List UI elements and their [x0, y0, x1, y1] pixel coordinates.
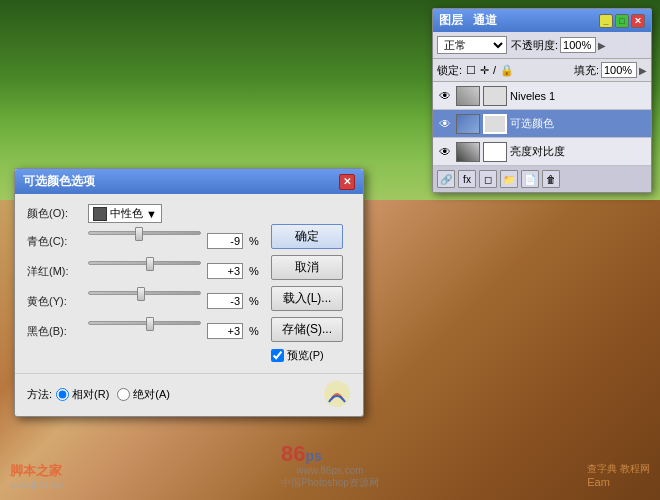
- logo-text: 脚本之家: [10, 462, 64, 480]
- layer-name: 亮度对比度: [510, 144, 647, 159]
- url-86: www.86ps.com: [281, 465, 379, 476]
- black-slider-thumb[interactable]: [146, 317, 154, 331]
- layer-item[interactable]: 👁 可选颜色: [433, 110, 651, 138]
- chazhadian-watermark: 查字典 教程网 Eam: [587, 462, 650, 488]
- relative-radio-option[interactable]: 相对(R): [56, 387, 109, 402]
- layer-eye-icon[interactable]: 👁: [437, 144, 453, 160]
- magenta-slider-track[interactable]: [88, 261, 201, 265]
- maximize-button[interactable]: □: [615, 14, 629, 28]
- cyan-value-input[interactable]: [207, 233, 243, 249]
- cyan-slider-row: 青色(C): %: [27, 231, 261, 251]
- layer-thumbnail: [456, 142, 480, 162]
- cyan-slider-track[interactable]: [88, 231, 201, 235]
- dialog-logo-area: [323, 380, 351, 408]
- selective-color-dialog: 可选颜色选项 ✕ 颜色(O): 中性色 ▼ 青色(C):: [14, 168, 364, 417]
- layers-bottom-toolbar: 🔗 fx ◻ 📁 📄 🗑: [433, 166, 651, 192]
- layer-group-button[interactable]: 📁: [500, 170, 518, 188]
- relative-label: 相对(R): [72, 387, 109, 402]
- black-value-input[interactable]: [207, 323, 243, 339]
- cyan-slider-thumb[interactable]: [135, 227, 143, 241]
- fill-label: 填充:: [574, 63, 599, 78]
- magenta-value-input[interactable]: [207, 263, 243, 279]
- relative-radio[interactable]: [56, 388, 69, 401]
- layer-item[interactable]: 👁 亮度对比度: [433, 138, 651, 166]
- lock-move-icon[interactable]: ✛: [480, 64, 489, 77]
- color-value-label: 中性色: [110, 206, 143, 221]
- layer-eye-icon[interactable]: 👁: [437, 88, 453, 104]
- dialog-content: 颜色(O): 中性色 ▼ 青色(C): %: [15, 194, 363, 373]
- preview-checkbox-row: 预览(P): [271, 348, 351, 363]
- opacity-label: 不透明度:: [511, 38, 558, 53]
- layer-name: 可选颜色: [510, 116, 647, 131]
- preview-checkbox[interactable]: [271, 349, 284, 362]
- channels-tab-label[interactable]: 通道: [473, 12, 497, 29]
- color-swatch-dropdown[interactable]: 中性色 ▼: [88, 204, 162, 223]
- magenta-slider-row: 洋红(M): %: [27, 261, 261, 281]
- cyan-slider-container: [88, 231, 201, 251]
- save-button[interactable]: 存储(S)...: [271, 317, 343, 342]
- opacity-input[interactable]: [560, 37, 596, 53]
- watermark-logo: 脚本之家 www.jb51.net: [10, 462, 64, 490]
- opacity-control: 不透明度: ▶: [511, 37, 606, 53]
- method-radio-group: 相对(R) 绝对(A): [56, 387, 170, 402]
- fill-arrow[interactable]: ▶: [639, 65, 647, 76]
- dialog-titlebar: 可选颜色选项 ✕: [15, 169, 363, 194]
- black-slider-container: [88, 321, 201, 341]
- preview-label: 预览(P): [287, 348, 324, 363]
- layer-new-button[interactable]: 📄: [521, 170, 539, 188]
- blend-mode-select[interactable]: 正常: [437, 36, 507, 54]
- absolute-radio[interactable]: [117, 388, 130, 401]
- ok-button[interactable]: 确定: [271, 224, 343, 249]
- eam-text: Eam: [587, 476, 610, 488]
- layer-fx-button[interactable]: fx: [458, 170, 476, 188]
- layer-item[interactable]: 👁 Niveles 1: [433, 82, 651, 110]
- layer-mask-button[interactable]: ◻: [479, 170, 497, 188]
- logo-url: www.jb51.net: [10, 480, 64, 490]
- magenta-label: 洋红(M):: [27, 264, 82, 279]
- yellow-slider-container: [88, 291, 201, 311]
- layer-delete-button[interactable]: 🗑: [542, 170, 560, 188]
- black-label: 黑色(B):: [27, 324, 82, 339]
- dialog-title: 可选颜色选项: [23, 173, 95, 190]
- dialog-right-panel: 确定 取消 载入(L)... 存储(S)... 预览(P): [271, 204, 351, 363]
- absolute-label: 绝对(A): [133, 387, 170, 402]
- cancel-button[interactable]: 取消: [271, 255, 343, 280]
- yellow-percent: %: [249, 295, 261, 307]
- layers-lock-row: 锁定: ☐ ✛ / 🔒 填充: ▶: [433, 59, 651, 82]
- opacity-arrow[interactable]: ▶: [598, 40, 606, 51]
- layer-thumbnail: [456, 86, 480, 106]
- lock-draw-icon[interactable]: /: [493, 64, 496, 76]
- yellow-value-input[interactable]: [207, 293, 243, 309]
- magenta-slider-thumb[interactable]: [146, 257, 154, 271]
- titlebar-buttons: _ □ ✕: [599, 14, 645, 28]
- layer-mask-thumbnail: [483, 114, 507, 134]
- load-button[interactable]: 载入(L)...: [271, 286, 343, 311]
- watermark-86ps: 86 ps www.86ps.com 中国Photoshop资源网: [281, 443, 379, 490]
- dialog-bottom: 方法: 相对(R) 绝对(A): [15, 373, 363, 416]
- absolute-radio-option[interactable]: 绝对(A): [117, 387, 170, 402]
- 86ps-logo-row: 86 ps: [281, 443, 379, 465]
- layer-name: Niveles 1: [510, 90, 647, 102]
- dialog-close-button[interactable]: ✕: [339, 174, 355, 190]
- fill-input[interactable]: [601, 62, 637, 78]
- method-label: 方法:: [27, 387, 52, 402]
- lock-all-icon[interactable]: 🔒: [500, 64, 514, 77]
- yellow-slider-thumb[interactable]: [137, 287, 145, 301]
- layers-controls: 正常 不透明度: ▶: [433, 32, 651, 59]
- ps-text: ps: [306, 448, 322, 464]
- yellow-slider-track[interactable]: [88, 291, 201, 295]
- layer-link-button[interactable]: 🔗: [437, 170, 455, 188]
- layer-thumbnail: [456, 114, 480, 134]
- fill-control: 填充: ▶: [574, 62, 647, 78]
- layer-mask-thumbnail: [483, 142, 507, 162]
- yellow-slider-row: 黄色(Y): %: [27, 291, 261, 311]
- close-button[interactable]: ✕: [631, 14, 645, 28]
- layers-tab-label[interactable]: 图层: [439, 12, 463, 29]
- black-slider-track[interactable]: [88, 321, 201, 325]
- layers-panel-titlebar: 图层 通道 _ □ ✕: [433, 9, 651, 32]
- cyan-percent: %: [249, 235, 261, 247]
- minimize-button[interactable]: _: [599, 14, 613, 28]
- color-selector-row: 颜色(O): 中性色 ▼: [27, 204, 261, 223]
- layer-eye-icon[interactable]: 👁: [437, 116, 453, 132]
- lock-normal-icon[interactable]: ☐: [466, 64, 476, 77]
